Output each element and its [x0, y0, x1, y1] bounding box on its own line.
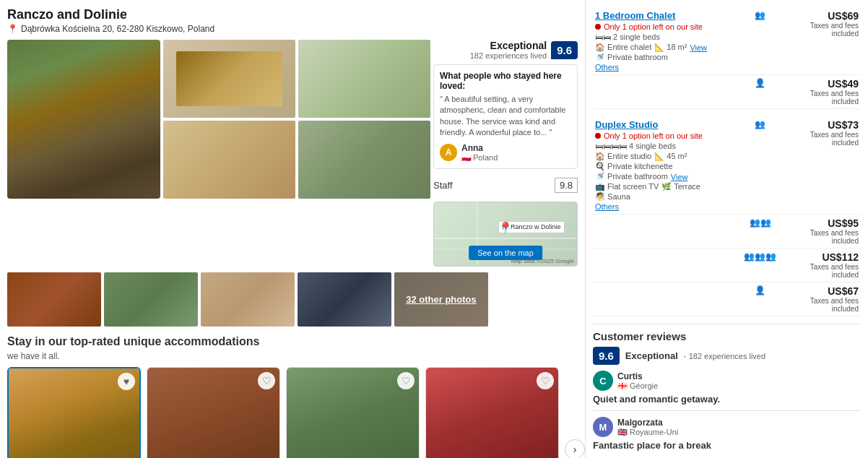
main-photo — [7, 40, 160, 199]
guest-icon-duplex-1: 👥 — [755, 119, 765, 129]
price-duplex-2: US$95 — [783, 217, 859, 229]
flag-poland-icon: 🇵🇱 — [461, 153, 472, 163]
exceptional-row: Exceptional 182 experiences lived 9.6 — [433, 40, 578, 60]
room-features-chalet: 🏠 Entire chalet 📐 18 m² View 🚿 Private b… — [595, 43, 738, 62]
side-photo-row-bottom — [163, 121, 430, 199]
side-photo-1 — [163, 40, 295, 118]
red-dot-duplex-icon — [595, 133, 601, 139]
side-photos — [163, 40, 430, 267]
reviewer-country-curtis: 🇬🇪 Géorgie — [617, 381, 658, 391]
reviews-title: Customer reviews — [593, 330, 861, 342]
card-image-ranczo: ♥ — [9, 368, 139, 458]
bottom-gallery: 32 other photos — [7, 272, 578, 327]
reviewer-country-malgorzata: 🇬🇧 Royaume-Uni — [617, 428, 678, 437]
side-photo-2 — [298, 40, 430, 118]
reviewer-country: 🇵🇱 Poland — [461, 153, 498, 163]
bottom-photo-6 — [104, 272, 198, 327]
reviewer-name-curtis: Curtis — [617, 371, 658, 381]
heart-button-agri[interactable]: ♡ — [258, 372, 275, 389]
card-image-agri: ♡ — [147, 368, 279, 458]
flag-uk-icon: 🇬🇧 — [617, 428, 628, 437]
guest-icon-duplex-3: 👥👥👥 — [744, 251, 776, 262]
review-divider — [593, 410, 861, 411]
map-pin-icon: 📍 — [498, 220, 513, 234]
price-note-duplex-4: Taxes and fees included — [783, 297, 859, 313]
price-duplex-3: US$112 — [783, 251, 859, 263]
heart-button-carinya[interactable]: ♡ — [397, 372, 415, 389]
score-badge: 9.6 — [551, 41, 578, 59]
reviewer-avatar-curtis: C — [593, 371, 613, 391]
price-duplex-1: US$73 — [783, 119, 859, 131]
staff-row: Staff 9.8 — [433, 178, 578, 193]
heart-button-gyttja[interactable]: ♡ — [537, 372, 554, 389]
reviewer-avatar-malgorzata: M — [593, 417, 613, 437]
rooms-table: 1 Bedroom Chalet Only 1 option left on o… — [593, 7, 861, 109]
review-quote-title-curtis: Quiet and romantic getaway. — [593, 394, 861, 405]
price-note-chalet-1: Taxes and fees included — [783, 22, 859, 38]
table-row-duplex-main: Duplex Studio Only 1 option left on our … — [593, 116, 861, 215]
photo-gallery: Exceptional 182 experiences lived 9.6 Wh… — [7, 40, 578, 267]
bottom-photo-8 — [298, 272, 391, 327]
property-title: Ranczo and Dolinie — [7, 7, 578, 22]
unique-section-subtitle: we have it all. — [7, 351, 578, 361]
property-address: 📍 Dąbrówka Kościelna 20, 62-280 Kiszkowo… — [7, 24, 578, 34]
overall-score-badge: 9.6 — [593, 347, 620, 365]
review-author: A Anna 🇵🇱 Poland — [440, 143, 571, 163]
map-attribution: Map data ©2025 Google — [511, 258, 574, 264]
property-card-agri[interactable]: ♡ Agriturismo Cabrele Italy, Santorso 9.… — [147, 367, 280, 458]
table-row-chalet-secondary: 👤 US$49 Taxes and fees included — [593, 75, 861, 109]
side-photo-4 — [298, 121, 430, 199]
review-snippet: What people who stayed here loved: " A b… — [433, 64, 578, 169]
guest-icon-chalet-1: 👥 — [755, 10, 765, 20]
price-duplex-4: US$67 — [783, 285, 859, 297]
bottom-photo-5 — [7, 272, 101, 327]
others-link-chalet[interactable]: Others — [595, 63, 619, 72]
map-container: 🗺 Ranczo w Dolinie 📍 See on the map Map … — [433, 202, 578, 267]
review-quote-title-malgorzata: Fantastic place for a break — [593, 440, 861, 451]
room-beds-chalet: 🛏🛏 2 single beds — [595, 33, 738, 41]
property-card-carinya[interactable]: ♡ Carinya Park Australia, Gembrook 9.4 F… — [286, 367, 420, 458]
unique-section: Stay in our top-rated unique accommodati… — [7, 335, 578, 458]
guest-icon-chalet-2: 👤 — [755, 78, 765, 88]
others-link-duplex[interactable]: Others — [595, 202, 619, 211]
side-photo-row-top — [163, 40, 430, 118]
room-type-link-chalet[interactable]: 1 Bedroom Chalet — [595, 10, 738, 21]
price-chalet-2: US$49 — [783, 78, 859, 90]
room-warning-duplex: Only 1 option left on our site — [595, 131, 738, 140]
overall-count: 182 experiences lived — [689, 352, 765, 360]
review-card-curtis: C Curtis 🇬🇪 Géorgie Quiet and romantic g… — [593, 371, 861, 405]
room-type-link-duplex[interactable]: Duplex Studio — [595, 119, 738, 130]
right-panel: 1 Bedroom Chalet Only 1 option left on o… — [585, 0, 868, 458]
card-image-gyttja: ♡ — [426, 368, 558, 458]
more-photos-button[interactable]: 32 other photos — [394, 272, 488, 327]
price-note-duplex-3: Taxes and fees included — [783, 263, 859, 279]
overall-score-row: 9.6 Exceptional · 182 experiences lived — [593, 347, 861, 365]
overall-label: Exceptional — [625, 350, 678, 361]
unique-section-title: Stay in our top-rated unique accommodati… — [7, 335, 578, 348]
room-features-duplex: 🏠 Entire studio 📐 45 m² 🍳 Private kitche… — [595, 152, 738, 202]
table-row-duplex-3: 👥👥👥 US$112 Taxes and fees included — [593, 249, 861, 282]
left-panel: Ranczo and Dolinie 📍 Dąbrówka Kościelna … — [0, 0, 585, 458]
side-photo-3 — [163, 121, 295, 199]
room-section-duplex: Duplex Studio Only 1 option left on our … — [593, 116, 861, 316]
location-icon: 📍 — [7, 24, 18, 34]
property-card-ranczo[interactable]: ♥ Ranczo and Dolinie Poland, Kiszkowo 9.… — [7, 367, 141, 458]
review-card-malgorzata: M Malgorzata 🇬🇧 Royaume-Uni Fantastic pl… — [593, 417, 861, 451]
price-note-duplex-1: Taxes and fees included — [783, 131, 859, 147]
bottom-photo-7 — [201, 272, 295, 327]
reviewer-row-curtis: C Curtis 🇬🇪 Géorgie — [593, 371, 861, 391]
card-image-carinya: ♡ — [287, 368, 419, 458]
duplex-rooms-table: Duplex Studio Only 1 option left on our … — [593, 116, 861, 316]
reviewer-row-malgorzata: M Malgorzata 🇬🇧 Royaume-Uni — [593, 417, 861, 437]
more-photos-text: 32 other photos — [406, 294, 477, 305]
flag-georgia-icon: 🇬🇪 — [617, 381, 628, 391]
table-row-duplex-4: 👤 US$67 Taxes and fees included — [593, 282, 861, 316]
property-card-gyttja[interactable]: ♡ Gyttja Västergårds Finland, Nauvo 9.2 … — [425, 367, 559, 458]
heart-button-ranczo[interactable]: ♥ — [118, 373, 135, 390]
red-dot-icon — [595, 24, 601, 30]
carousel-next-button[interactable]: › — [565, 439, 585, 458]
reviewer-name-malgorzata: Malgorzata — [617, 418, 678, 428]
room-beds-duplex: 🛏🛏🛏🛏 4 single beds — [595, 142, 738, 150]
price-note-duplex-2: Taxes and fees included — [783, 229, 859, 245]
staff-score: 9.8 — [555, 178, 578, 193]
